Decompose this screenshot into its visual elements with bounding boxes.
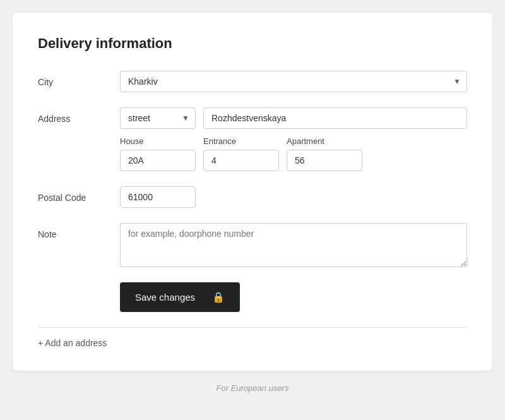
house-input[interactable] bbox=[120, 150, 196, 171]
address-top-row: street avenue boulevard ▼ bbox=[120, 107, 467, 129]
street-type-select-wrapper: street avenue boulevard ▼ bbox=[120, 107, 196, 129]
apartment-field: Apartment bbox=[287, 136, 362, 171]
postal-code-input[interactable] bbox=[120, 186, 196, 208]
house-label: House bbox=[120, 136, 196, 146]
address-label: Address bbox=[38, 107, 120, 124]
lock-icon: 🔒 bbox=[212, 291, 225, 303]
sub-fields-row: House Entrance Apartment bbox=[120, 136, 467, 171]
address-controls: street avenue boulevard ▼ House Entrance bbox=[120, 107, 467, 171]
postal-code-row: Postal Code bbox=[38, 186, 467, 208]
add-address-link[interactable]: + Add an address bbox=[38, 338, 107, 348]
entrance-label: Entrance bbox=[203, 136, 279, 146]
delivery-form-card: Delivery information City Kharkiv Kyiv O… bbox=[13, 13, 492, 371]
entrance-field: Entrance bbox=[203, 136, 279, 171]
street-type-select[interactable]: street avenue boulevard bbox=[120, 107, 196, 129]
note-label: Note bbox=[38, 223, 120, 239]
save-changes-label: Save changes bbox=[135, 292, 195, 303]
save-changes-button[interactable]: Save changes 🔒 bbox=[120, 282, 240, 312]
street-name-wrapper bbox=[203, 107, 467, 129]
postal-code-label: Postal Code bbox=[38, 186, 120, 203]
city-controls: Kharkiv Kyiv Odessa Lviv ▼ bbox=[120, 71, 467, 92]
entrance-input[interactable] bbox=[203, 150, 279, 171]
house-field: House bbox=[120, 136, 196, 171]
note-textarea[interactable] bbox=[120, 223, 467, 267]
note-row: Note bbox=[38, 223, 467, 267]
divider bbox=[38, 327, 467, 328]
city-row: City Kharkiv Kyiv Odessa Lviv ▼ bbox=[38, 71, 467, 92]
note-controls bbox=[120, 223, 467, 267]
city-select[interactable]: Kharkiv Kyiv Odessa Lviv bbox=[120, 71, 467, 92]
save-btn-container: Save changes 🔒 bbox=[38, 282, 467, 312]
postal-code-controls bbox=[120, 186, 467, 208]
street-name-input[interactable] bbox=[203, 107, 467, 129]
footer-note: For European users bbox=[217, 383, 289, 393]
apartment-input[interactable] bbox=[287, 150, 362, 171]
page-title: Delivery information bbox=[38, 35, 467, 52]
city-label: City bbox=[38, 71, 120, 87]
apartment-label: Apartment bbox=[287, 136, 362, 146]
city-select-wrapper: Kharkiv Kyiv Odessa Lviv ▼ bbox=[120, 71, 467, 92]
address-row: Address street avenue boulevard ▼ House bbox=[38, 107, 467, 171]
